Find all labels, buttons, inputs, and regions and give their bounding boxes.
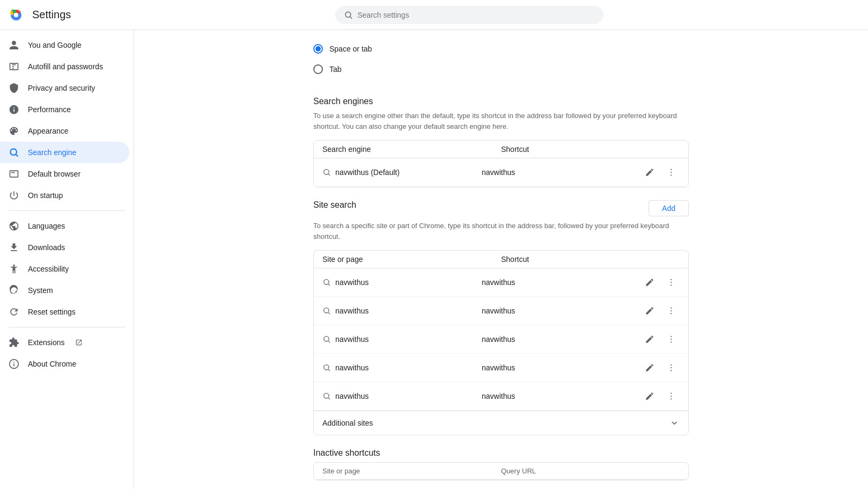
sidebar-item-extensions[interactable]: Extensions: [0, 332, 129, 353]
site-search-table-header: Site or page Shortcut: [314, 251, 688, 268]
sidebar-item-system[interactable]: System: [0, 280, 129, 301]
col-header-search-engine: Search engine: [322, 145, 501, 154]
svg-point-30: [671, 336, 672, 337]
more-options-button[interactable]: [663, 164, 680, 181]
svg-point-20: [671, 279, 672, 280]
svg-point-27: [671, 313, 672, 314]
edit-button[interactable]: [641, 331, 658, 348]
search-icon: [344, 10, 353, 20]
svg-point-21: [671, 282, 672, 283]
radio-section: Space or tab Tab: [313, 30, 689, 84]
site-search-header: Site search Add: [313, 200, 689, 216]
sidebar-item-accessibility[interactable]: Accessibility: [0, 258, 129, 280]
edit-button[interactable]: [641, 302, 658, 319]
inactive-table-header: Site or page Query URL: [314, 463, 688, 480]
edit-button[interactable]: [641, 164, 658, 181]
header: Settings: [0, 0, 868, 30]
table-row: navwithus navwithus: [314, 268, 688, 297]
additional-sites-label: Additional sites: [322, 419, 373, 427]
sidebar-label: Reset settings: [28, 308, 76, 316]
sidebar-item-about-chrome[interactable]: About Chrome: [0, 353, 129, 375]
col-header-site: Site or page: [322, 255, 501, 264]
search-input[interactable]: [357, 11, 595, 19]
app-logo: [9, 8, 24, 23]
svg-point-5: [345, 12, 351, 17]
col-header-shortcut2: Shortcut: [501, 255, 680, 264]
layout: You and Google Autofill and passwords Pr…: [0, 30, 868, 489]
sidebar-item-downloads[interactable]: Downloads: [0, 237, 129, 258]
more-options-button[interactable]: [663, 302, 680, 319]
sidebar-item-default-browser[interactable]: Default browser: [0, 163, 129, 185]
svg-point-40: [671, 393, 672, 394]
download-icon: [9, 242, 19, 253]
sidebar: You and Google Autofill and passwords Pr…: [0, 30, 134, 489]
search-row-icon: [322, 335, 331, 344]
site-search-section: Site search Add To search a specific sit…: [313, 200, 689, 435]
svg-point-7: [10, 149, 17, 155]
sidebar-label: On startup: [28, 191, 63, 200]
svg-point-12: [13, 362, 14, 363]
svg-line-6: [350, 17, 352, 18]
sidebar-item-languages[interactable]: Languages: [0, 215, 129, 237]
inactive-shortcuts-section: Inactive shortcuts Site or page Query UR…: [313, 448, 689, 480]
sidebar-item-you-and-google[interactable]: You and Google: [0, 34, 129, 56]
site-name: navwithus: [322, 392, 482, 400]
svg-point-37: [671, 370, 672, 371]
row-actions: [641, 274, 680, 291]
sidebar-item-appearance[interactable]: Appearance: [0, 120, 129, 142]
sidebar-item-privacy[interactable]: Privacy and security: [0, 77, 129, 99]
search-row-icon: [322, 306, 331, 315]
site-shortcut: navwithus: [482, 278, 641, 287]
external-link-icon: [75, 339, 83, 346]
sidebar-label: You and Google: [28, 41, 82, 49]
search-engines-section: Search engines To use a search engine ot…: [313, 97, 689, 187]
accessibility-icon: [9, 264, 19, 274]
search-row-icon: [322, 168, 331, 177]
svg-point-35: [671, 364, 672, 366]
sidebar-label: Languages: [28, 222, 65, 230]
svg-line-19: [328, 284, 330, 286]
radio-circle-filled: [313, 44, 323, 54]
main-content: Space or tab Tab Search engines To use a…: [134, 30, 868, 489]
table-row: navwithus (Default) navwithus: [314, 158, 688, 187]
reset-icon: [9, 306, 19, 317]
search-bar[interactable]: [335, 6, 604, 24]
site-name: navwithus: [322, 306, 482, 315]
sidebar-label: Extensions: [28, 338, 64, 347]
svg-point-41: [671, 396, 672, 397]
search-row-icon: [322, 278, 331, 287]
sidebar-item-reset-settings[interactable]: Reset settings: [0, 301, 129, 323]
edit-button[interactable]: [641, 274, 658, 291]
edit-button[interactable]: [641, 359, 658, 376]
svg-point-26: [671, 310, 672, 311]
radio-tab[interactable]: Tab: [313, 59, 689, 79]
search-engines-table-header: Search engine Shortcut: [314, 141, 688, 158]
additional-sites-row[interactable]: Additional sites: [314, 411, 688, 435]
app-title: Settings: [32, 9, 71, 21]
site-name: navwithus: [322, 335, 482, 344]
sidebar-label: About Chrome: [28, 360, 76, 368]
site-search-title-desc: Site search: [313, 200, 356, 214]
edit-button[interactable]: [641, 388, 658, 405]
site-name: navwithus: [322, 278, 482, 287]
system-icon: [9, 285, 19, 296]
svg-rect-9: [11, 172, 15, 173]
person-icon: [9, 40, 19, 50]
sidebar-label: Performance: [28, 105, 71, 114]
more-options-button[interactable]: [663, 331, 680, 348]
badge-icon: [9, 61, 19, 72]
radio-space-or-tab[interactable]: Space or tab: [313, 39, 689, 59]
more-options-button[interactable]: [663, 359, 680, 376]
more-options-button[interactable]: [663, 274, 680, 291]
speed-icon: [9, 104, 19, 115]
row-actions: [641, 331, 680, 348]
sidebar-item-autofill[interactable]: Autofill and passwords: [0, 56, 129, 77]
sidebar-item-on-startup[interactable]: On startup: [0, 185, 129, 206]
site-shortcut: navwithus: [482, 306, 641, 315]
svg-line-39: [328, 398, 330, 399]
sidebar-item-performance[interactable]: Performance: [0, 99, 129, 120]
sidebar-item-search-engine[interactable]: Search engine: [0, 142, 129, 163]
add-button[interactable]: Add: [649, 200, 689, 216]
site-name: navwithus: [322, 363, 482, 372]
more-options-button[interactable]: [663, 388, 680, 405]
